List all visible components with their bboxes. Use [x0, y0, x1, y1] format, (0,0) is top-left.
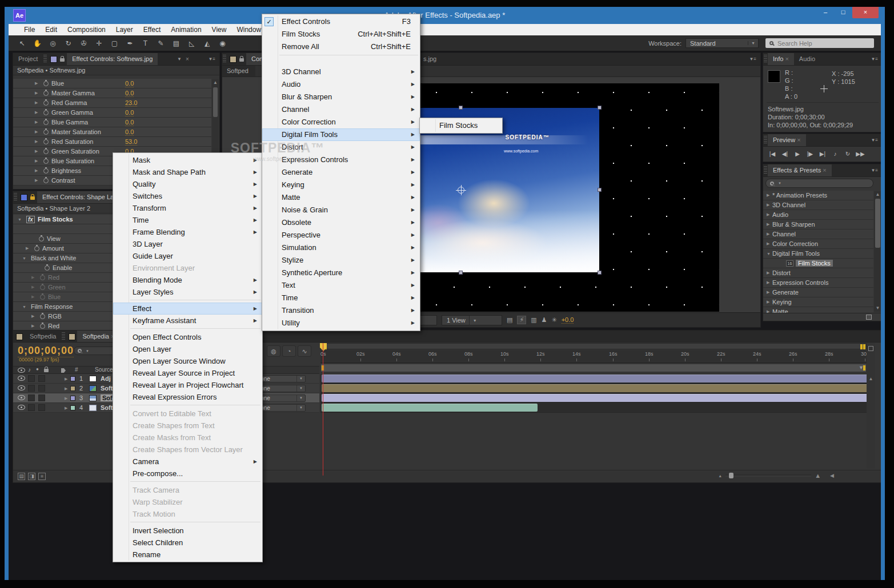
context-menu-item[interactable]: Invert Selection [113, 525, 262, 537]
layer-visibility-icon[interactable] [18, 405, 25, 410]
scroll-up-icon[interactable]: ▲ [212, 79, 219, 86]
disclosure-triangle-icon[interactable]: ▶ [35, 110, 41, 115]
context-menu-item[interactable]: Reveal Layer in Project Flowchart [113, 379, 262, 391]
fast-preview-icon[interactable]: ⚡︎ [517, 316, 526, 324]
effect-menu-item[interactable]: Utility ▶ [262, 317, 420, 329]
playback-button[interactable]: ▶| [816, 149, 829, 159]
tool-button[interactable]: ▢ [107, 37, 122, 50]
context-menu-item[interactable]: Create Shapes from Text [113, 420, 262, 432]
context-menu-item[interactable]: Time ▶ [113, 214, 262, 226]
disclosure-triangle-icon[interactable]: ▶ [767, 212, 772, 217]
effect-property-row[interactable]: ▶ Master Saturation 0.0 [13, 127, 211, 137]
panel-grip[interactable] [764, 166, 767, 175]
expand-in-out-icon[interactable]: ≡ [38, 473, 46, 480]
effects-category-row[interactable]: ▶ Channel [763, 229, 873, 239]
disclosure-triangle-icon[interactable]: ▶ [35, 149, 41, 154]
panel-menu-icon[interactable]: ▼≡ [867, 53, 881, 65]
layer-label-chip[interactable] [70, 405, 75, 410]
lock-icon[interactable] [60, 58, 65, 62]
effect-menu-item[interactable]: Blur & Sharpen ▶ [262, 91, 420, 103]
effect-menu-item[interactable]: Stylize ▶ [262, 254, 420, 267]
effect-menu-item[interactable]: Perspective ▶ [262, 229, 420, 241]
tool-button[interactable]: ✇ [77, 37, 91, 50]
lock-icon[interactable] [239, 58, 244, 62]
context-menu-item[interactable]: Open Layer [113, 343, 262, 355]
effect-property-row[interactable]: ▶ Green Gamma 0.0 [13, 108, 211, 118]
layer-disclosure-icon[interactable]: ▶ [65, 386, 70, 391]
effect-menu-item[interactable]: Transition ▶ [262, 304, 420, 317]
panel-color-chip[interactable] [50, 56, 57, 63]
context-menu-item[interactable]: Pre-compose... [113, 468, 262, 480]
stopwatch-icon[interactable] [43, 100, 49, 106]
selection-handle[interactable] [459, 271, 463, 275]
layer-disclosure-icon[interactable]: ▶ [65, 396, 70, 401]
context-menu-item[interactable] [113, 403, 262, 408]
scroll-left-icon[interactable]: ◀ [830, 473, 834, 478]
layer-label-chip[interactable] [70, 376, 75, 381]
layer-visibility-icon[interactable] [18, 385, 25, 390]
disclosure-triangle-icon[interactable]: ▶ [35, 139, 41, 144]
layer-duration-bar[interactable] [322, 404, 538, 412]
layer-name[interactable]: Soft [101, 385, 113, 392]
context-menu-item[interactable] [113, 298, 262, 303]
ruler-toggle-icon[interactable]: ▤ [507, 316, 512, 324]
close-button[interactable]: × [852, 7, 879, 18]
time-ruler[interactable]: 0s 02s 04s 06s [320, 350, 867, 363]
effect-menu-item[interactable] [262, 53, 420, 66]
property-value[interactable]: 23.0 [125, 99, 137, 107]
audio-toggle-cell[interactable] [28, 404, 35, 411]
effect-menu-item[interactable]: ✓ Effect Controls F3 [262, 15, 420, 28]
effect-menu-item[interactable]: 3D Channel ▶ [262, 66, 420, 78]
effect-menu-item[interactable]: Time ▶ [262, 292, 420, 304]
layer-duration-bar[interactable] [322, 394, 868, 402]
layer-label-chip[interactable] [70, 396, 75, 401]
tool-button[interactable]: ↻ [61, 37, 75, 50]
scrollbar[interactable]: ▲ ▼ [874, 191, 881, 312]
tool-button[interactable]: ▤ [169, 37, 183, 50]
context-menu-item[interactable]: Open Effect Controls [113, 331, 262, 343]
pixel-aspect-icon[interactable]: ▥ [531, 316, 536, 324]
tool-button[interactable]: ✛ [92, 37, 106, 50]
effects-search-box[interactable]: ▼ [765, 179, 873, 188]
tab-effect-controls-shape-layer[interactable]: Effect Controls: Shape La [37, 191, 119, 203]
context-menu-item[interactable]: Frame Blending ▶ [113, 226, 262, 238]
layer-disclosure-icon[interactable]: ▶ [65, 377, 70, 381]
panel-color-chip[interactable] [69, 333, 75, 340]
stopwatch-icon[interactable] [43, 168, 49, 174]
comp-button-icon[interactable] [868, 346, 873, 351]
tab-close-icon[interactable]: × [186, 53, 189, 65]
disclosure-triangle-icon[interactable]: ▶ [767, 300, 772, 304]
disclosure-triangle-icon[interactable]: ▶ [35, 91, 41, 95]
tool-button[interactable]: ✎ [154, 37, 168, 50]
menu-bar-item[interactable]: Edit [40, 24, 62, 35]
context-menu-item[interactable]: Open Layer Source Window [113, 355, 262, 367]
context-menu-item[interactable]: Switches ▶ [113, 190, 262, 202]
title-bar[interactable]: Ae Adobe After Effects - Softpedia.aep *… [9, 7, 881, 24]
effect-menu-item[interactable]: Remove All Ctrl+Shift+E [262, 41, 420, 53]
effect-menu-item[interactable]: Generate ▶ [262, 166, 420, 179]
layer-visibility-icon[interactable] [18, 395, 25, 400]
effect-menu-item[interactable]: Synthetic Aperture ▶ [262, 267, 420, 279]
context-menu-item[interactable] [113, 480, 262, 484]
effect-menu-item[interactable]: Film Stocks Ctrl+Alt+Shift+E [262, 28, 420, 41]
context-menu-item[interactable]: Environment Layer [113, 262, 262, 274]
context-menu-item[interactable]: Track Motion [113, 508, 262, 520]
disclosure-triangle-icon[interactable]: ▶ [767, 290, 772, 295]
tab-project[interactable]: Project [13, 53, 43, 65]
context-menu-item[interactable]: Create Masks from Text [113, 432, 262, 444]
scroll-down-icon[interactable]: ▼ [874, 305, 881, 312]
disclosure-triangle-icon[interactable]: ▼ [18, 218, 23, 221]
disclosure-triangle-icon[interactable]: ▶ [26, 246, 31, 251]
layer-disclosure-icon[interactable]: ▶ [65, 406, 70, 410]
panel-color-chip[interactable] [230, 56, 236, 63]
menu-bar-item[interactable]: Window [231, 24, 266, 35]
property-value[interactable]: 0.0 [125, 80, 134, 87]
disclosure-triangle-icon[interactable]: ▶ [35, 159, 41, 163]
panel-grip[interactable] [43, 55, 47, 63]
minimize-button[interactable]: – [817, 7, 834, 18]
effects-category-row[interactable]: ▶ * Animation Presets [763, 191, 873, 200]
zoom-out-mountain-icon[interactable]: ▲ [718, 474, 722, 478]
effects-category-row[interactable]: ▶ Expression Controls [763, 278, 873, 288]
context-menu-item[interactable]: Mask and Shape Path ▶ [113, 166, 262, 178]
context-menu-item[interactable]: Reveal Layer Source in Project [113, 367, 262, 379]
